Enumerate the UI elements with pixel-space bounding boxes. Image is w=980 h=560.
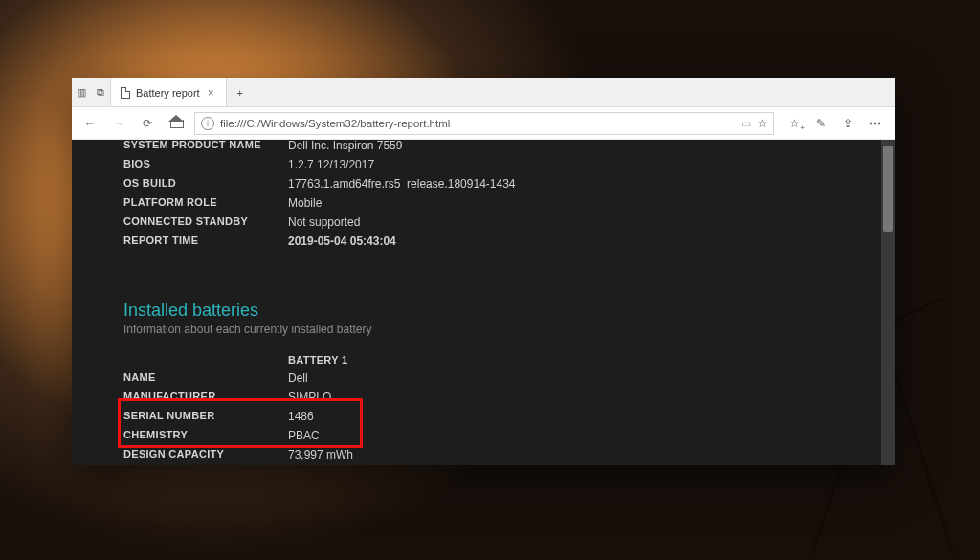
address-bar[interactable]: i file:///C:/Windows/System32/battery-re… xyxy=(194,112,774,135)
installed-batteries-heading: Installed batteries xyxy=(123,301,843,321)
row-os-build: OS BUILD 17763.1.amd64fre.rs5_release.18… xyxy=(123,174,516,193)
row-design-capacity: DESIGN CAPACITY 73,997 mWh xyxy=(123,445,468,464)
battery-column-header: BATTERY 1 xyxy=(277,351,468,369)
home-button[interactable] xyxy=(166,115,187,131)
document-icon xyxy=(121,87,130,99)
row-bios: BIOS 1.2.7 12/13/2017 xyxy=(123,155,516,174)
row-connected-standby: CONNECTED STANDBY Not supported xyxy=(123,213,516,232)
forward-button: → xyxy=(108,117,129,130)
value: Dell Inc. Inspiron 7559 xyxy=(277,140,516,155)
more-icon[interactable] xyxy=(866,117,883,130)
new-tab-button[interactable]: + xyxy=(227,78,254,106)
system-info-table: SYSTEM PRODUCT NAME Dell Inc. Inspiron 7… xyxy=(123,140,516,251)
row-name: NAME Dell xyxy=(123,369,468,388)
browser-window: ▥ ⧉ Battery report × + ← → ⟳ i file:///C… xyxy=(72,78,895,465)
share-icon[interactable]: ⇪ xyxy=(839,117,857,130)
row-product-name: SYSTEM PRODUCT NAME Dell Inc. Inspiron 7… xyxy=(123,140,516,155)
toolbar: ← → ⟳ i file:///C:/Windows/System32/batt… xyxy=(72,107,895,140)
notes-icon[interactable]: ✎ xyxy=(813,117,830,130)
tab-strip: ▥ ⧉ Battery report × + xyxy=(72,78,895,107)
battery-table: BATTERY 1 NAME Dell MANUFACTURER SIMPLO … xyxy=(123,351,468,465)
tab-title: Battery report xyxy=(136,87,200,99)
set-aside-tabs-icon[interactable]: ▥ xyxy=(72,78,91,106)
battery-header-row: BATTERY 1 xyxy=(123,351,468,369)
tabs-preview-icon[interactable]: ⧉ xyxy=(91,78,110,106)
row-chemistry: CHEMISTRY PBAC xyxy=(123,426,468,445)
url-text: file:///C:/Windows/System32/battery-repo… xyxy=(220,118,735,129)
row-full-charge-capacity: FULL CHARGE CAPACITY 63,418 mWh xyxy=(123,464,468,465)
favorites-bar-icon[interactable] xyxy=(786,117,803,130)
refresh-button[interactable]: ⟳ xyxy=(137,117,158,130)
installed-batteries-subtitle: Information about each currently install… xyxy=(123,323,843,336)
site-info-icon[interactable]: i xyxy=(201,117,214,130)
label: SYSTEM PRODUCT NAME xyxy=(123,140,277,155)
row-manufacturer: MANUFACTURER SIMPLO xyxy=(123,388,468,407)
back-button[interactable]: ← xyxy=(79,117,100,130)
vertical-scrollbar[interactable] xyxy=(881,140,895,465)
page-content: SYSTEM PRODUCT NAME Dell Inc. Inspiron 7… xyxy=(72,140,895,465)
row-serial: SERIAL NUMBER 1486 xyxy=(123,407,468,426)
close-tab-icon[interactable]: × xyxy=(206,86,216,100)
row-report-time: REPORT TIME 2019-05-04 05:43:04 xyxy=(123,232,516,251)
toolbar-actions: ✎ ⇪ xyxy=(782,117,887,130)
scrollbar-thumb[interactable] xyxy=(883,146,893,232)
row-platform-role: PLATFORM ROLE Mobile xyxy=(123,193,516,213)
tab-battery-report[interactable]: Battery report × xyxy=(110,78,227,106)
favorite-icon[interactable] xyxy=(757,117,768,130)
reading-view-icon[interactable]: ▭ xyxy=(741,117,751,130)
